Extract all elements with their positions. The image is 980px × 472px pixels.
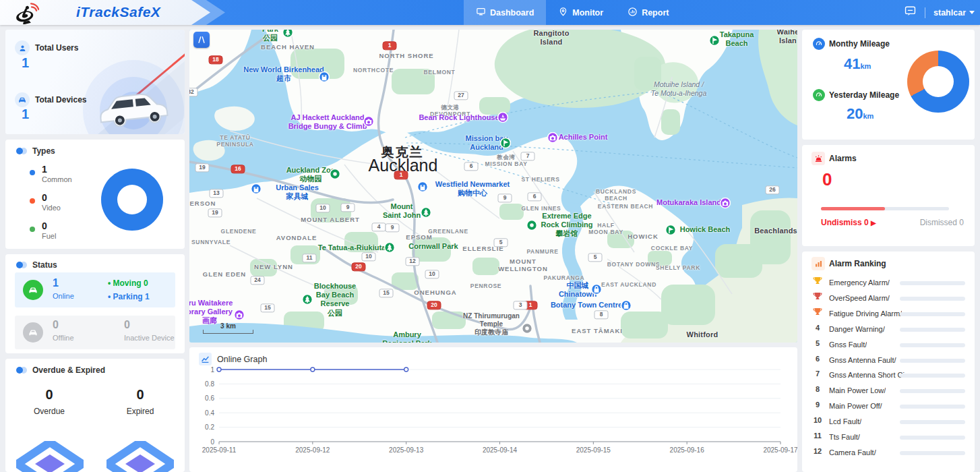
tab-report[interactable]: Report bbox=[615, 0, 681, 25]
ranking-label: Main Power Off/ bbox=[829, 402, 882, 410]
svg-text:2025-09-11: 2025-09-11 bbox=[202, 446, 237, 454]
map-marker-camera[interactable] bbox=[720, 198, 731, 209]
svg-text:0: 0 bbox=[210, 438, 214, 446]
map-scale: 3 km bbox=[203, 322, 253, 334]
report-chart-icon bbox=[627, 7, 638, 19]
rank-number: 10 bbox=[811, 416, 824, 424]
moving-stat: • Moving 0 bbox=[108, 278, 148, 288]
offline-status-row[interactable]: 0 Offline 0 Inactive Device bbox=[15, 316, 175, 349]
satellite-logo-icon bbox=[13, 1, 39, 27]
offline-label: Offline bbox=[53, 334, 74, 342]
map-marker-flag[interactable] bbox=[665, 225, 677, 236]
ranking-bar bbox=[900, 281, 965, 285]
route-shield: 15 bbox=[379, 289, 394, 297]
ranking-row[interactable]: 9Main Power Off/ bbox=[802, 399, 975, 414]
map-marker-flag[interactable] bbox=[500, 138, 512, 149]
ranking-row[interactable]: 6Gnss Antenna Fault/ bbox=[802, 353, 975, 368]
map-marker-lock[interactable] bbox=[621, 300, 632, 312]
types-panel: Types 1Common0Video0Fuel bbox=[5, 140, 185, 249]
rank-number: 11 bbox=[811, 432, 824, 440]
route-shield: 19 bbox=[195, 163, 210, 172]
ranking-row[interactable]: 7Gnss Antenna Short Cir... bbox=[802, 368, 975, 383]
expired-value: 0 bbox=[110, 387, 171, 403]
ranking-bar bbox=[900, 451, 965, 455]
map-marker-flag[interactable] bbox=[709, 35, 721, 47]
message-icon[interactable] bbox=[904, 5, 917, 20]
trophy-icon bbox=[811, 307, 824, 318]
tab-report-label: Report bbox=[642, 8, 669, 18]
ranking-row[interactable]: 12Camera Fault/ bbox=[802, 446, 975, 461]
ranking-row[interactable]: OverSpeed Alarm/ bbox=[802, 291, 975, 306]
ranking-row[interactable]: 5Gnss Fault/ bbox=[802, 338, 975, 353]
route-shield: 10 bbox=[362, 252, 376, 261]
map-marker-dot[interactable] bbox=[526, 220, 538, 231]
ranking-row[interactable]: 10Lcd Fault/ bbox=[802, 415, 975, 430]
map-marker-lock[interactable] bbox=[591, 284, 603, 295]
ranking-row[interactable]: 11Tts Fault/ bbox=[802, 430, 975, 445]
ranking-bar bbox=[900, 297, 965, 301]
ranking-bar bbox=[900, 389, 965, 393]
undismiss-link[interactable]: Undismiss 0 ▶ bbox=[821, 218, 876, 227]
map-marker-tree[interactable] bbox=[302, 294, 313, 305]
brand-name: iTrackSafeX bbox=[76, 4, 160, 20]
ranking-label: Lcd Fault/ bbox=[829, 417, 861, 425]
map-marker-camera[interactable] bbox=[363, 116, 375, 127]
route-shield: 9 bbox=[341, 203, 355, 212]
ranking-label: Gnss Fault/ bbox=[829, 341, 867, 349]
yesterday-mileage-label: Yesterday Mileage bbox=[829, 90, 899, 100]
tab-dashboard[interactable]: Dashboard bbox=[464, 0, 546, 25]
ranking-row[interactable]: Emergency Alarm/ bbox=[802, 276, 975, 291]
route-shield: 26 bbox=[766, 185, 780, 194]
map-marker-tree[interactable] bbox=[421, 207, 432, 218]
map-marker-bag[interactable] bbox=[319, 71, 330, 83]
map-marker-boat[interactable] bbox=[497, 112, 509, 123]
map-marker-tree[interactable] bbox=[282, 30, 294, 38]
ranking-label: Camera Fault/ bbox=[829, 448, 876, 456]
alarms-value: 0 bbox=[822, 169, 832, 190]
ranking-row[interactable]: 4Danger Warning/ bbox=[802, 322, 975, 337]
rank-number: 6 bbox=[811, 355, 824, 363]
svg-text:0.6: 0.6 bbox=[205, 394, 214, 402]
route-shield: 10 bbox=[316, 204, 330, 212]
nav-tabs: Dashboard Monitor Report bbox=[464, 0, 681, 25]
ranking-row[interactable]: Fatigue Driving Alarm/ bbox=[802, 307, 975, 322]
ranking-bar bbox=[900, 420, 965, 424]
map-marker-dot[interactable] bbox=[330, 169, 341, 180]
trophy-icon bbox=[811, 276, 824, 287]
map-marker-camera[interactable] bbox=[234, 309, 245, 321]
offline-car-icon bbox=[23, 322, 43, 343]
route-shield: 12 bbox=[406, 257, 420, 266]
map-marker-dot[interactable] bbox=[522, 323, 533, 334]
user-menu[interactable]: stahlcar bbox=[933, 8, 975, 18]
total-users-label: Total Users bbox=[35, 43, 78, 53]
map-view[interactable]: BEACH HAVENNORTH SHORENORTHCOTEBELMONT德文… bbox=[189, 30, 797, 343]
yesterday-mileage-value: 20km bbox=[847, 105, 874, 123]
tab-monitor[interactable]: Monitor bbox=[546, 0, 615, 25]
map-marker-bag[interactable] bbox=[417, 181, 429, 193]
ranking-bar bbox=[900, 374, 965, 378]
location-pin-icon bbox=[558, 7, 568, 19]
ranking-bar bbox=[900, 328, 965, 332]
online-graph-panel: Online Graph 10.80.60.40.202025-09-11202… bbox=[189, 347, 797, 472]
total-users-value: 1 bbox=[22, 55, 29, 71]
route-shield: 18 bbox=[209, 55, 223, 64]
route-shield: 27 bbox=[454, 91, 468, 100]
status-title: Status bbox=[32, 260, 57, 270]
map-marker-camera[interactable] bbox=[547, 132, 559, 144]
car-icon bbox=[15, 92, 30, 107]
map-marker-bag[interactable] bbox=[251, 183, 262, 195]
overdue-label: Overdue bbox=[19, 407, 80, 416]
motorway-shield-icon[interactable] bbox=[193, 32, 210, 48]
online-status-row[interactable]: 1 Online • Moving 0 • Parking 1 bbox=[15, 272, 175, 307]
route-shield: 19 bbox=[208, 208, 222, 217]
section-dot-icon bbox=[16, 148, 27, 154]
route-shield: 5 bbox=[494, 238, 508, 247]
ranking-chart-icon bbox=[811, 257, 825, 270]
map-marker-tree[interactable] bbox=[384, 242, 396, 254]
monthly-mileage-icon bbox=[813, 38, 825, 50]
route-shield: 16 bbox=[231, 165, 245, 173]
ranking-label: Emergency Alarm/ bbox=[829, 278, 890, 287]
ranking-row[interactable]: 8Main Power Low/ bbox=[802, 384, 975, 399]
route-shield: 9 bbox=[498, 194, 512, 202]
ranking-bar bbox=[900, 359, 965, 363]
